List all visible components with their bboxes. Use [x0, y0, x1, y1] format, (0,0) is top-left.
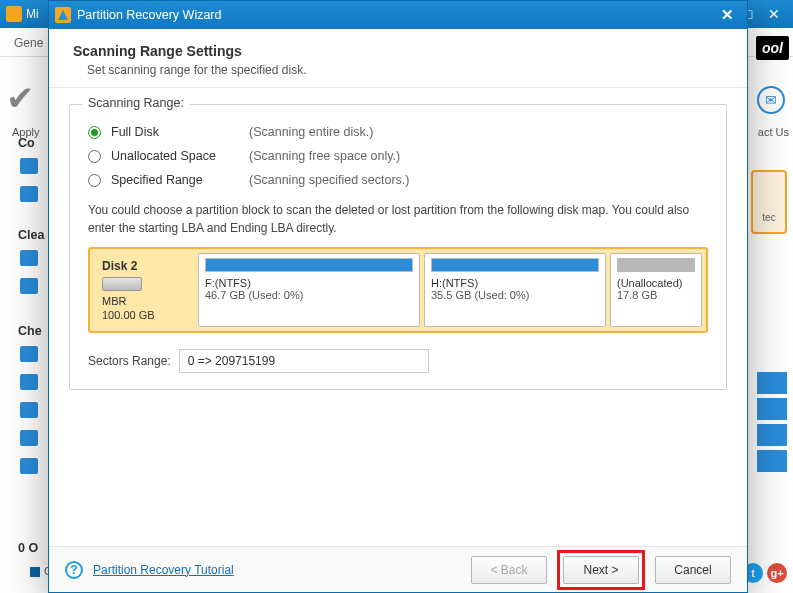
radio-desc: (Scanning specified sectors.) — [249, 173, 410, 187]
bg-section-2: Clea — [18, 228, 44, 242]
back-button[interactable]: < Back — [471, 556, 547, 584]
bg-section-3: Che — [18, 324, 42, 338]
partition-sub: 35.5 GB (Used: 0%) — [431, 289, 599, 301]
next-button[interactable]: Next > — [563, 556, 639, 584]
bg-icons-3 — [20, 346, 38, 474]
sectors-label: Sectors Range: — [88, 354, 171, 368]
scanning-range-group: Scanning Range: Full Disk (Scanning enti… — [69, 104, 727, 390]
radio-desc: (Scanning free space only.) — [249, 149, 400, 163]
radio-desc: (Scanning entire disk.) — [249, 125, 373, 139]
bg-right-bars — [757, 372, 787, 472]
cancel-button[interactable]: Cancel — [655, 556, 731, 584]
partition-label: F:(NTFS) — [205, 277, 413, 289]
radio-unallocated[interactable]: Unallocated Space (Scanning free space o… — [88, 149, 708, 163]
radio-specified[interactable]: Specified Range (Scanning specified sect… — [88, 173, 708, 187]
partition-label: (Unallocated) — [617, 277, 695, 289]
disk-map-hint: You could choose a partition block to sc… — [88, 201, 708, 237]
bg-right-panel: ool ✉ act Us tec f t g+ — [745, 28, 793, 593]
partition-recovery-wizard: Partition Recovery Wizard ✕ Scanning Ran… — [48, 0, 748, 593]
wizard-titlebar: Partition Recovery Wizard ✕ — [49, 1, 747, 29]
wizard-subheading: Set scanning range for the specified dis… — [87, 63, 723, 77]
radio-label: Full Disk — [111, 125, 239, 139]
wizard-title: Partition Recovery Wizard — [77, 8, 222, 22]
bg-icons-1 — [20, 158, 38, 202]
mail-icon[interactable]: ✉ — [757, 86, 785, 114]
radio-icon[interactable] — [88, 174, 101, 187]
wizard-icon — [55, 7, 71, 23]
partition-sub: 46.7 GB (Used: 0%) — [205, 289, 413, 301]
partition-h[interactable]: H:(NTFS) 35.5 GB (Used: 0%) — [424, 253, 606, 327]
bg-footer-text: 0 O — [18, 541, 38, 555]
wizard-heading: Scanning Range Settings — [73, 43, 723, 59]
bg-section-1: Co — [18, 136, 35, 150]
radio-icon[interactable] — [88, 126, 101, 139]
radio-label: Specified Range — [111, 173, 239, 187]
wizard-footer: ? Partition Recovery Tutorial < Back Nex… — [49, 546, 747, 592]
sectors-input[interactable] — [179, 349, 429, 373]
disk-name: Disk 2 — [102, 259, 186, 273]
wizard-close-button[interactable]: ✕ — [713, 6, 741, 24]
gplus-icon[interactable]: g+ — [767, 563, 787, 583]
bg-contact-fragment: act Us — [758, 126, 789, 138]
wizard-body: Scanning Range: Full Disk (Scanning enti… — [49, 88, 747, 546]
bg-right-card[interactable]: tec — [751, 170, 787, 234]
group-title: Scanning Range: — [82, 96, 190, 110]
bg-title: Mi — [26, 7, 39, 21]
radio-icon[interactable] — [88, 150, 101, 163]
disk-icon — [102, 277, 142, 291]
partition-label: H:(NTFS) — [431, 277, 599, 289]
tutorial-link[interactable]: Partition Recovery Tutorial — [93, 563, 234, 577]
bg-logo-fragment: ool — [756, 36, 789, 60]
disk-type: MBR — [102, 295, 186, 307]
radio-label: Unallocated Space — [111, 149, 239, 163]
apply-check-icon: ✔ — [6, 78, 34, 118]
partition-sub: 17.8 GB — [617, 289, 695, 301]
bg-close-button[interactable]: ✕ — [761, 6, 787, 22]
help-icon[interactable]: ? — [65, 561, 83, 579]
disk-info: Disk 2 MBR 100.00 GB — [94, 253, 194, 327]
disk-map: Disk 2 MBR 100.00 GB F:(NTFS) 46.7 GB (U… — [88, 247, 708, 333]
partition-unallocated[interactable]: (Unallocated) 17.8 GB — [610, 253, 702, 327]
radio-full-disk[interactable]: Full Disk (Scanning entire disk.) — [88, 125, 708, 139]
bg-icons-2 — [20, 250, 38, 294]
app-icon — [6, 6, 22, 22]
partition-f[interactable]: F:(NTFS) 46.7 GB (Used: 0%) — [198, 253, 420, 327]
disk-size: 100.00 GB — [102, 309, 186, 321]
sectors-range-row: Sectors Range: — [88, 349, 708, 373]
next-highlight: Next > — [557, 550, 645, 590]
wizard-header: Scanning Range Settings Set scanning ran… — [49, 29, 747, 88]
